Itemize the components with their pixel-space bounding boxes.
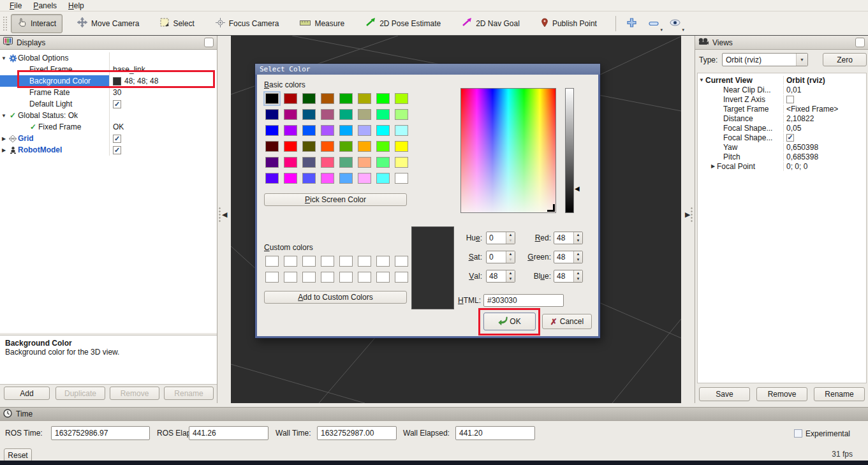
expander-icon[interactable]: ▶: [0, 147, 8, 153]
color-swatch[interactable]: [302, 173, 316, 184]
zero-view-button[interactable]: Zero: [823, 53, 867, 66]
color-swatch[interactable]: [376, 93, 390, 104]
color-swatch[interactable]: [358, 272, 371, 283]
color-swatch[interactable]: [339, 109, 353, 120]
tree-row-background-color[interactable]: Background Color 48; 48; 48: [0, 75, 217, 87]
views-tree-row[interactable]: Invert Z Axis: [698, 94, 866, 104]
spin-up-icon[interactable]: ▲: [574, 251, 582, 257]
color-swatch[interactable]: [265, 157, 279, 168]
fixed-frame-value[interactable]: base_link: [113, 65, 145, 74]
expander-icon[interactable]: ▶: [0, 136, 8, 142]
gradient-cursor[interactable]: [547, 204, 555, 212]
spin-up-icon[interactable]: ▲: [506, 232, 515, 238]
focal-shape-checkbox[interactable]: ✓: [786, 134, 794, 142]
move-camera-tool-button[interactable]: Move Camera: [71, 13, 145, 33]
views-tree-row[interactable]: Focal Shape... 0,05: [698, 123, 866, 133]
blue-spinbox[interactable]: 48▲▼: [554, 270, 583, 283]
tree-row[interactable]: ✓ Fixed Frame OK: [0, 121, 217, 133]
views-row-value[interactable]: 0,685398: [786, 152, 818, 161]
spin-down-icon[interactable]: ▼: [506, 257, 515, 263]
views-tree-row[interactable]: Yaw 0,650398: [698, 142, 866, 152]
color-swatch[interactable]: [302, 93, 316, 104]
color-swatch[interactable]: [358, 93, 371, 104]
value-slider-arrow-icon[interactable]: ◀: [575, 185, 580, 192]
expander-icon[interactable]: ▼: [0, 113, 8, 119]
color-swatch[interactable]: [376, 272, 390, 283]
color-swatch[interactable]: [395, 125, 408, 136]
color-swatch[interactable]: [395, 141, 408, 152]
wall-time-input[interactable]: 1632752987.00: [317, 426, 397, 440]
color-swatch[interactable]: [395, 93, 408, 104]
green-spinbox[interactable]: 48▲▼: [554, 251, 583, 263]
save-view-button[interactable]: Save: [699, 387, 750, 401]
hue-value[interactable]: 0: [487, 232, 506, 244]
color-swatch[interactable]: [339, 272, 353, 283]
color-swatch[interactable]: [395, 272, 408, 283]
menu-panels[interactable]: Panels: [27, 1, 63, 11]
grid-enabled-checkbox[interactable]: ✓: [113, 135, 121, 143]
sat-spinbox[interactable]: 0▲▼: [486, 251, 515, 263]
default-light-checkbox[interactable]: ✓: [113, 100, 121, 108]
zoom-in-button[interactable]: [622, 15, 642, 33]
spin-down-icon[interactable]: ▼: [574, 276, 582, 282]
color-swatch[interactable]: [265, 109, 279, 120]
green-value[interactable]: 48: [554, 251, 573, 263]
color-swatch[interactable]: [284, 256, 297, 267]
cancel-button[interactable]: ✗ Cancel: [542, 314, 592, 329]
color-swatch[interactable]: [321, 141, 334, 152]
pose-estimate-tool-button[interactable]: 2D Pose Estimate: [359, 14, 447, 33]
hue-spinbox[interactable]: 0▲▼: [486, 232, 515, 244]
color-swatch[interactable]: [284, 173, 297, 184]
color-swatch[interactable]: [302, 272, 316, 283]
color-swatch[interactable]: [376, 157, 390, 168]
remove-view-button[interactable]: Remove: [756, 387, 807, 401]
val-value[interactable]: 48: [487, 270, 506, 282]
color-swatch[interactable]: [284, 141, 297, 152]
color-swatch[interactable]: [358, 125, 371, 136]
tree-row[interactable]: ▼ Global Options: [0, 52, 217, 64]
val-spinbox[interactable]: 48▲▼: [486, 270, 515, 283]
color-swatch[interactable]: [284, 93, 297, 104]
add-display-button[interactable]: Add: [4, 387, 50, 400]
combobox-dropdown-icon[interactable]: ▼: [796, 54, 807, 66]
color-swatch[interactable]: [376, 256, 390, 267]
color-swatch[interactable]: [358, 141, 371, 152]
color-swatch[interactable]: [395, 256, 408, 267]
color-swatch[interactable]: [339, 93, 353, 104]
collapse-left-arrow-icon[interactable]: ◀: [222, 210, 227, 219]
color-swatch[interactable]: [376, 125, 390, 136]
color-swatch[interactable]: [376, 109, 390, 120]
color-swatch[interactable]: [265, 272, 279, 283]
color-swatch[interactable]: [376, 141, 390, 152]
color-swatch[interactable]: [265, 256, 279, 267]
remove-display-button[interactable]: Remove: [110, 387, 159, 400]
color-swatch[interactable]: [339, 173, 353, 184]
views-row-value[interactable]: 0,05: [786, 124, 801, 133]
color-swatch[interactable]: [284, 125, 297, 136]
sat-value[interactable]: 0: [487, 251, 506, 263]
views-tree-row[interactable]: Pitch 0,685398: [698, 152, 866, 161]
spin-down-icon[interactable]: ▼: [574, 257, 582, 263]
blue-value[interactable]: 48: [554, 270, 573, 282]
color-swatch[interactable]: [265, 173, 279, 184]
views-row-value[interactable]: 0; 0; 0: [786, 162, 807, 171]
color-swatch[interactable]: [395, 157, 408, 168]
pick-screen-color-button[interactable]: Pick Screen Color: [264, 193, 407, 206]
views-tree-row[interactable]: Near Clip Di... 0,01: [698, 85, 866, 94]
color-swatch[interactable]: [321, 157, 334, 168]
dialog-title-bar[interactable]: Select Color: [255, 64, 600, 75]
invert-z-checkbox[interactable]: [786, 96, 794, 103]
view-type-combobox[interactable]: Orbit (rviz) ▼: [722, 53, 808, 66]
tree-row[interactable]: ▼ ✓ Global Status: Ok: [0, 110, 217, 121]
publish-point-tool-button[interactable]: Publish Point: [534, 14, 603, 33]
tree-row-robotmodel[interactable]: ▶ RobotModel ✓: [0, 144, 217, 156]
views-row-value[interactable]: 2,10822: [786, 114, 814, 123]
views-tree-row[interactable]: ▶Focal Point 0; 0; 0: [698, 161, 866, 171]
color-swatch[interactable]: [321, 173, 334, 184]
color-swatch[interactable]: [302, 157, 316, 168]
duplicate-display-button[interactable]: Duplicate: [55, 387, 105, 400]
nav-goal-tool-button[interactable]: 2D Nav Goal: [455, 14, 526, 33]
hue-saturation-gradient[interactable]: [460, 88, 556, 213]
views-row-value[interactable]: 0,650398: [786, 143, 818, 152]
color-swatch[interactable]: [302, 256, 316, 267]
